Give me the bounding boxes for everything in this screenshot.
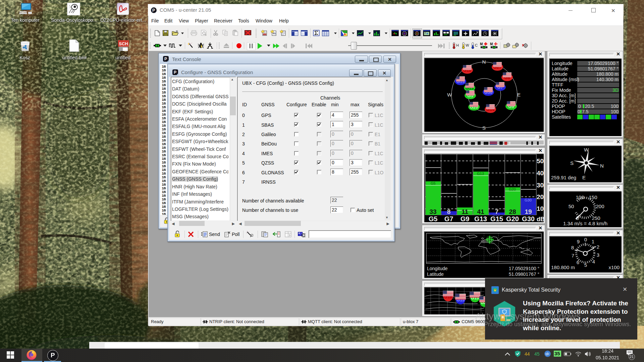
svg-text:0: 0 xyxy=(584,237,587,242)
svg-text:2D Acc. [m]: 2D Acc. [m] xyxy=(552,98,576,104)
svg-text:9: 9 xyxy=(577,239,580,244)
svg-text:Fix Mode: Fix Mode xyxy=(552,87,571,93)
svg-text:M: M xyxy=(480,42,483,46)
svg-text:Longitude: Longitude xyxy=(427,266,448,271)
svg-text:7: 7 xyxy=(572,253,574,258)
svg-text:G30: G30 xyxy=(525,198,532,202)
svg-text:1: 1 xyxy=(592,239,594,244)
svg-text:50: 50 xyxy=(569,203,574,209)
svg-text:x100: x100 xyxy=(608,264,620,270)
svg-text:50: 50 xyxy=(537,158,544,165)
svg-text:28: 28 xyxy=(509,208,516,215)
svg-text:PDOP: PDOP xyxy=(552,104,565,109)
svg-text:G5: G5 xyxy=(429,215,438,222)
svg-text:G30: G30 xyxy=(522,215,535,222)
svg-text:G20: G20 xyxy=(506,215,519,222)
svg-text:G13: G13 xyxy=(477,172,484,176)
svg-text:M: M xyxy=(490,42,493,46)
svg-text:6: 6 xyxy=(577,259,579,265)
svg-text:100: 100 xyxy=(611,109,619,114)
svg-text:17.05029100 °: 17.05029100 ° xyxy=(509,266,539,271)
svg-text:180.800 m: 180.800 m xyxy=(596,71,619,77)
svg-text:7: 7 xyxy=(495,208,499,215)
svg-text:100: 100 xyxy=(611,104,619,109)
svg-text:Altitude (msl): Altitude (msl) xyxy=(552,77,579,82)
svg-text:S: S xyxy=(482,125,486,131)
svg-text:C: C xyxy=(475,43,478,47)
svg-text:Latitude: Latitude xyxy=(427,272,444,277)
svg-text:8: 8 xyxy=(571,245,574,250)
svg-text:E: E xyxy=(517,92,521,98)
svg-text:G5: G5 xyxy=(431,181,436,185)
svg-text:N: N xyxy=(482,59,486,65)
svg-text:150: 150 xyxy=(589,194,597,200)
svg-text:Altitude: Altitude xyxy=(552,71,568,77)
svg-text:Longitude: Longitude xyxy=(552,61,573,66)
svg-text:8: 8 xyxy=(447,208,451,215)
svg-text:3: 3 xyxy=(597,252,599,258)
svg-text:250: 250 xyxy=(592,215,600,221)
svg-text:17.05029100 °: 17.05029100 ° xyxy=(588,61,619,66)
svg-text:5: 5 xyxy=(584,262,587,268)
svg-text:41: 41 xyxy=(477,208,484,215)
svg-text:G7: G7 xyxy=(444,215,453,222)
svg-text:7.5: 7.5 xyxy=(582,109,589,114)
svg-text:200: 200 xyxy=(596,203,604,209)
svg-text:N: N xyxy=(600,163,604,169)
svg-text:SCH: SCH xyxy=(119,41,128,46)
svg-text:11: 11 xyxy=(462,208,469,215)
svg-text:1.34 m/s = 4.8 km/h: 1.34 m/s = 4.8 km/h xyxy=(563,221,607,226)
svg-text:140.300 m: 140.300 m xyxy=(596,77,619,82)
svg-text:3D: 3D xyxy=(612,87,619,93)
svg-text:3D Acc. [m]: 3D Acc. [m] xyxy=(552,93,576,98)
svg-text:0: 0 xyxy=(576,215,579,221)
svg-text:E: E xyxy=(582,175,586,180)
svg-text:19: 19 xyxy=(525,208,532,215)
svg-text:259.91 deg: 259.91 deg xyxy=(551,175,576,180)
svg-text:dB: dB xyxy=(537,216,544,222)
svg-text:51.09801767 °: 51.09801767 ° xyxy=(588,66,619,71)
svg-text:W: W xyxy=(447,92,452,98)
svg-text:H: H xyxy=(456,43,459,47)
svg-text:10: 10 xyxy=(537,205,544,212)
svg-text:Satellites: Satellites xyxy=(552,114,571,120)
svg-text:TTFF: TTFF xyxy=(552,82,563,87)
svg-text:HDOP: HDOP xyxy=(552,109,565,114)
svg-text:40: 40 xyxy=(537,170,544,177)
svg-text:0: 0 xyxy=(578,109,580,114)
svg-text:20.5: 20.5 xyxy=(585,104,594,109)
svg-text:100: 100 xyxy=(576,194,584,200)
svg-text:4: 4 xyxy=(592,259,595,264)
svg-text:0: 0 xyxy=(578,104,581,109)
svg-text:G13: G13 xyxy=(474,215,487,222)
svg-text:51.09801767 °: 51.09801767 ° xyxy=(509,272,539,277)
svg-text:20: 20 xyxy=(537,193,544,200)
svg-text:G9: G9 xyxy=(461,215,470,222)
svg-text:G15: G15 xyxy=(490,215,503,222)
svg-text:G20: G20 xyxy=(509,187,516,191)
svg-text:2: 2 xyxy=(597,244,599,250)
svg-text:S: S xyxy=(570,160,574,166)
svg-text:33: 33 xyxy=(429,208,436,215)
svg-text:W: W xyxy=(584,147,589,153)
svg-text:180.800 m: 180.800 m xyxy=(551,264,575,270)
svg-text:W: W xyxy=(466,43,469,47)
svg-text:30: 30 xyxy=(537,182,544,189)
svg-text:Latitude: Latitude xyxy=(552,66,569,71)
